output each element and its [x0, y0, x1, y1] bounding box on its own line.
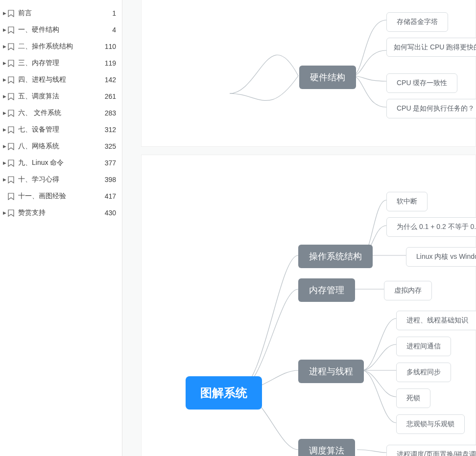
mindmap-branch-os-structure: 操作系统结构 — [298, 245, 373, 268]
mindmap-hardware: 硬件结构 存储器金字塔 如何写出让 CPU 跑得更快的代码？ CPU 缓存一致性… — [142, 0, 476, 146]
toc-item-page: 110 — [105, 43, 116, 50]
caret-icon: ▶ — [3, 94, 7, 99]
toc-item-page: 1 — [112, 9, 116, 17]
toc-item-label: 七、设备管理 — [18, 125, 105, 134]
bookmark-icon — [8, 193, 14, 200]
toc-item-label: 五、调度算法 — [18, 92, 105, 101]
caret-icon: ▶ — [3, 61, 7, 66]
caret-icon: ▶ — [3, 44, 7, 49]
mindmap-leaf: 进程调度/页面置换/磁盘调度算法 — [386, 445, 476, 456]
toc-item-page: 4 — [112, 26, 116, 34]
bookmark-icon — [8, 110, 14, 117]
bookmark-icon — [8, 10, 14, 17]
toc-item-label: 六、 文件系统 — [18, 109, 105, 117]
toc-item-page: 312 — [105, 126, 116, 134]
caret-icon: ▶ — [3, 11, 7, 16]
bookmark-icon — [8, 76, 14, 84]
mindmap-branch-scheduling: 调度算法 — [298, 439, 355, 456]
bookmark-icon — [8, 26, 14, 34]
toc-item-label: 一、硬件结构 — [18, 25, 112, 34]
toc-item-page: 398 — [105, 176, 116, 183]
toc-item-label: 赞赏支持 — [18, 208, 105, 217]
caret-icon: ▶ — [3, 77, 7, 82]
toc-item-label: 前言 — [18, 9, 112, 18]
mindmap-branch-process-thread: 进程与线程 — [298, 360, 364, 383]
toc-item[interactable]: ▶ 三、内存管理 119 — [0, 55, 122, 71]
caret-icon: ▶ — [3, 177, 7, 182]
toc-item-page: 283 — [105, 109, 116, 117]
toc-item[interactable]: ▶ 前言 1 — [0, 5, 122, 22]
toc-item-page: 377 — [105, 159, 116, 167]
toc-item-label: 十、学习心得 — [18, 175, 105, 184]
mindmap-branch-memory: 内存管理 — [298, 278, 355, 302]
toc-item-label: 十一、画图经验 — [18, 192, 105, 201]
caret-icon: ▶ — [3, 144, 7, 149]
mindmap-leaf: Linux 内核 vs Windows 内核 — [406, 247, 476, 267]
toc-item[interactable]: ▶ 四、进程与线程 142 — [0, 71, 122, 88]
panel-1: 硬件结构 存储器金字塔 如何写出让 CPU 跑得更快的代码？ CPU 缓存一致性… — [141, 0, 476, 147]
mindmap-branch-hardware: 硬件结构 — [299, 66, 356, 89]
mindmap-leaf: 如何写出让 CPU 跑得更快的代码？ — [386, 38, 476, 57]
toc-item[interactable]: ▶ 一、硬件结构 4 — [0, 22, 122, 38]
toc-item[interactable]: ▶ 二、操作系统结构 110 — [0, 38, 122, 55]
mindmap-leaf: 多线程同步 — [396, 363, 451, 382]
toc-item[interactable]: ▶ 五、调度算法 261 — [0, 88, 122, 105]
caret-icon: ▶ — [3, 127, 7, 132]
bookmark-icon — [8, 160, 14, 167]
toc-item-page: 430 — [105, 209, 116, 217]
toc-item[interactable]: ▶ 十、学习心得 398 — [0, 171, 122, 188]
caret-icon: ▶ — [3, 210, 7, 215]
toc-item-label: 三、内存管理 — [18, 59, 105, 68]
toc-item-label: 二、操作系统结构 — [18, 42, 105, 51]
bookmark-icon — [8, 209, 14, 217]
mindmap-leaf: 进程间通信 — [396, 337, 451, 356]
mindmap-leaf: 存储器金字塔 — [386, 12, 448, 32]
mindmap-leaf: 悲观锁与乐观锁 — [396, 414, 465, 434]
toc-item-page: 119 — [105, 59, 116, 67]
toc-item[interactable]: ▶ 十一、画图经验 417 — [0, 188, 122, 205]
caret-icon: ▶ — [3, 111, 7, 115]
caret-icon: ▶ — [3, 27, 7, 32]
bookmark-icon — [8, 43, 14, 50]
toc-item-label: 八、网络系统 — [18, 142, 105, 151]
main-content: 硬件结构 存储器金字塔 如何写出让 CPU 跑得更快的代码？ CPU 缓存一致性… — [122, 0, 476, 456]
bookmark-icon — [8, 176, 14, 183]
panel-2: 图解系统 操作系统结构 软中断 为什么 0.1 + 0.2 不等于 0.3 ？ … — [141, 155, 476, 456]
toc-item-page: 417 — [105, 192, 116, 200]
toc-item[interactable]: ▶ 七、设备管理 312 — [0, 121, 122, 138]
toc-item[interactable]: ▶ 八、网络系统 325 — [0, 138, 122, 155]
toc-item-page: 142 — [105, 76, 116, 84]
mindmap-system: 图解系统 操作系统结构 软中断 为什么 0.1 + 0.2 不等于 0.3 ？ … — [142, 155, 476, 456]
toc-item[interactable]: ▶ 九、Linux 命令 377 — [0, 155, 122, 171]
toc-item-label: 四、进程与线程 — [18, 75, 105, 84]
mindmap-leaf: 为什么 0.1 + 0.2 不等于 0.3 ？ — [386, 217, 476, 237]
mindmap-leaf: CPU 缓存一致性 — [386, 73, 457, 93]
mindmap-leaf: 软中断 — [386, 192, 428, 211]
toc-item[interactable]: ▶ 六、 文件系统 283 — [0, 105, 122, 121]
bookmark-icon — [8, 143, 14, 150]
mindmap-leaf: 进程、线程基础知识 — [396, 311, 476, 330]
caret-icon: ▶ — [3, 160, 7, 165]
toc-item-label: 九、Linux 命令 — [18, 159, 105, 167]
mindmap-leaf: CPU 是如何执行任务的？ — [386, 99, 476, 118]
bookmark-icon — [8, 60, 14, 67]
mindmap-leaf: 虚拟内存 — [384, 281, 432, 300]
toc-item-page: 261 — [105, 92, 116, 100]
bookmark-icon — [8, 93, 14, 100]
toc-item[interactable]: ▶ 赞赏支持 430 — [0, 205, 122, 221]
mindmap-leaf: 死锁 — [396, 388, 430, 408]
app-container: ▶ 前言 1 ▶ 一、硬件结构 4 ▶ 二、操作系统结构 110 ▶ 三、内存管… — [0, 0, 476, 456]
sidebar-toc: ▶ 前言 1 ▶ 一、硬件结构 4 ▶ 二、操作系统结构 110 ▶ 三、内存管… — [0, 0, 122, 456]
mindmap-root: 图解系统 — [186, 376, 262, 410]
bookmark-icon — [8, 126, 14, 134]
toc-item-page: 325 — [105, 142, 116, 150]
